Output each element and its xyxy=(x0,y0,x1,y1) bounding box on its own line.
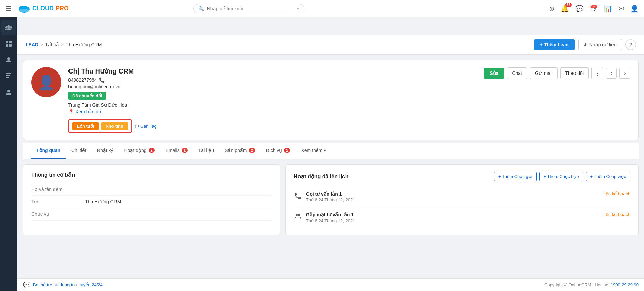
profile-top: 👤 Chị Thu Hường CRM 84982277984 📞 huong.… xyxy=(31,67,157,133)
map-link-text: Xem bản đồ xyxy=(75,109,101,114)
messenger-bot[interactable]: 💬 Bot hỗ trợ sử dụng trực tuyến 24/24 xyxy=(23,281,103,289)
more-options-button[interactable]: ⋮ xyxy=(591,67,603,79)
tag-kho-tinh[interactable]: khó tính xyxy=(101,122,128,130)
activities-title: Hoạt động đã lên lịch xyxy=(294,173,349,180)
mail-icon[interactable]: ✉ xyxy=(618,5,624,13)
breadcrumb: LEAD > Tất cả > Thu Hường CRM xyxy=(26,42,102,47)
search-icon: 🔍 xyxy=(198,6,204,11)
tabs-bar: Tổng quan Chi tiết Nhật ký Hoạt động 2 E… xyxy=(23,143,639,159)
prev-button[interactable]: ‹ xyxy=(606,68,617,79)
breadcrumb-sep2: > xyxy=(61,42,64,47)
download-icon: ⬇ xyxy=(583,42,587,47)
content-panels: Thông tin cơ bản Họ và tên đệm Tên Thu H… xyxy=(17,159,644,241)
breadcrumb-all[interactable]: Tất cả xyxy=(45,42,59,47)
sidebar-item-account[interactable] xyxy=(1,85,16,99)
chat-icon[interactable]: 💬 xyxy=(575,5,584,13)
tab-dich-vu[interactable]: Dịch vụ 1 xyxy=(261,143,296,159)
tab-san-pham[interactable]: Sản phẩm 2 xyxy=(219,143,260,159)
avatar-icon: 👤 xyxy=(38,74,55,91)
nav-icons: ⊕ 🔔36 💬 📅 📊 ✉ 👤 xyxy=(549,5,639,13)
field-ho-va-ten-dem-label: Họ và tên đệm xyxy=(31,187,85,192)
svg-rect-13 xyxy=(6,75,10,76)
field-ten: Tên Thu Hường CRM xyxy=(31,196,272,208)
tab-chi-tiet[interactable]: Chi tiết xyxy=(66,143,92,159)
add-cong-viec-button[interactable]: + Thêm Công việc xyxy=(586,172,630,181)
tags-container: Lớn tuổi khó tính xyxy=(68,119,132,133)
svg-rect-12 xyxy=(6,73,11,74)
tab-tong-quan-label: Tổng quan xyxy=(36,148,60,153)
add-cuoc-goi-button[interactable]: + Thêm Cuộc gọi xyxy=(494,172,537,181)
avatar: 👤 xyxy=(31,67,61,97)
topnav: ☰ CLOUDPRO 🔍 ▾ ⊕ 🔔36 💬 📅 📊 ✉ 👤 xyxy=(0,0,644,17)
activity-item-1: Gọi tư vấn lần 1 Thứ 6 24 Tháng 12, 2021… xyxy=(294,187,630,207)
tab-emails-label: Emails xyxy=(166,148,180,153)
footer: 💬 Bot hỗ trợ sử dụng trực tuyến 24/24 Co… xyxy=(17,278,644,291)
tab-nhat-ky[interactable]: Nhật ký xyxy=(92,143,119,159)
breadcrumb-lead[interactable]: LEAD xyxy=(26,42,38,47)
user-profile-icon[interactable]: 👤 xyxy=(630,5,639,13)
notification-icon[interactable]: 🔔36 xyxy=(561,5,569,13)
activity-2-title: Gặp mặt tư vấn lần 1 xyxy=(306,212,600,217)
profile-card: 👤 Chị Thu Hường CRM 84982277984 📞 huong.… xyxy=(23,60,639,140)
calendar-icon[interactable]: 📅 xyxy=(590,5,598,13)
tab-tong-quan[interactable]: Tổng quan xyxy=(31,143,66,159)
tab-hoat-dong-badge: 2 xyxy=(149,148,155,153)
tab-xem-them[interactable]: Xem thêm ▾ xyxy=(295,143,331,159)
add-icon[interactable]: ⊕ xyxy=(549,5,555,13)
phone-icon: 📞 xyxy=(99,77,105,83)
search-input[interactable] xyxy=(207,6,293,11)
sidebar-item-contacts[interactable] xyxy=(1,20,16,35)
field-ten-value: Thu Hường CRM xyxy=(85,199,121,204)
svg-point-15 xyxy=(7,90,10,92)
help-button[interactable]: ? xyxy=(625,39,636,50)
activity-2-date: Thứ 6 24 Tháng 12, 2021 xyxy=(306,218,600,223)
svg-rect-14 xyxy=(6,77,9,78)
basic-info-title: Thông tin cơ bản xyxy=(31,172,272,178)
hotline-number: 1900 29 29 90 xyxy=(611,282,639,287)
profile-company: Trung Tâm Gia Sư Đức Hòa xyxy=(68,102,157,108)
sidebar-item-grid[interactable] xyxy=(1,36,16,51)
tag-icon: 🏷 xyxy=(135,124,139,129)
theo-doi-button[interactable]: Theo dõi xyxy=(560,67,589,79)
gui-mail-button[interactable]: Gửi mail xyxy=(530,67,558,79)
tab-nhat-ky-label: Nhật ký xyxy=(97,148,113,153)
chat-button[interactable]: Chat xyxy=(507,67,527,79)
tab-xem-them-label: Xem thêm xyxy=(301,148,322,153)
tab-tai-lieu-label: Tài liệu xyxy=(198,148,214,153)
svg-point-4 xyxy=(7,25,10,28)
meeting-activity-icon xyxy=(294,213,302,223)
import-label: Nhập dữ liệu xyxy=(589,42,617,47)
activity-1-info: Gọi tư vấn lần 1 Thứ 6 24 Tháng 12, 2021 xyxy=(306,191,600,202)
sua-button[interactable]: Sửa xyxy=(484,68,504,79)
map-pin-icon: 📍 xyxy=(68,109,74,114)
chart-icon[interactable]: 📊 xyxy=(604,5,612,13)
sidebar-item-leads[interactable] xyxy=(1,68,16,83)
add-cuoc-hop-button[interactable]: + Thêm Cuộc họp xyxy=(539,172,583,181)
profile-actions: Sửa Chat Gửi mail Theo dõi ⋮ ‹ › xyxy=(484,67,630,79)
add-lead-button[interactable]: + Thêm Lead xyxy=(534,39,575,50)
logo-cloud-text: CLOUD xyxy=(32,5,54,12)
gan-tag-label: Gán Tag xyxy=(140,124,157,129)
tag-lon-tuoi[interactable]: Lớn tuổi xyxy=(72,122,99,130)
tab-tai-lieu[interactable]: Tài liệu xyxy=(193,143,219,159)
activity-2-info: Gặp mặt tư vấn lần 1 Thứ 6 24 Tháng 12, … xyxy=(306,212,600,223)
messenger-text: Bot hỗ trợ sử dụng trực tuyến 24/24 xyxy=(33,282,103,287)
tags-row: Lớn tuổi khó tính 🏷 Gán Tag xyxy=(68,119,157,133)
profile-card-inner: 👤 Chị Thu Hường CRM 84982277984 📞 huong.… xyxy=(31,67,630,133)
tab-emails[interactable]: Emails 1 xyxy=(160,143,193,159)
gan-tag-button[interactable]: 🏷 Gán Tag xyxy=(135,124,157,129)
footer-copyright-area: Copyright © OnlineCRM | Hotline: 1900 29… xyxy=(544,282,639,287)
import-data-button[interactable]: ⬇ Nhập dữ liệu xyxy=(578,39,622,50)
tab-hoat-dong[interactable]: Hoạt động 2 xyxy=(119,143,160,159)
next-button[interactable]: › xyxy=(619,68,630,79)
search-dropdown-icon[interactable]: ▾ xyxy=(297,6,299,11)
svg-point-16 xyxy=(296,214,298,216)
svg-rect-8 xyxy=(9,41,12,43)
hamburger-icon[interactable]: ☰ xyxy=(5,5,11,13)
panel-activities: Hoạt động đã lên lịch + Thêm Cuộc gọi + … xyxy=(285,164,639,235)
field-chuc-vu: Chức vụ xyxy=(31,208,272,221)
activity-2-status: Lên kế hoạch xyxy=(603,212,630,217)
map-link[interactable]: 📍 Xem bản đồ xyxy=(68,109,157,114)
activities-header: Hoạt động đã lên lịch + Thêm Cuộc gọi + … xyxy=(294,172,630,181)
sidebar-item-user[interactable] xyxy=(1,52,16,67)
